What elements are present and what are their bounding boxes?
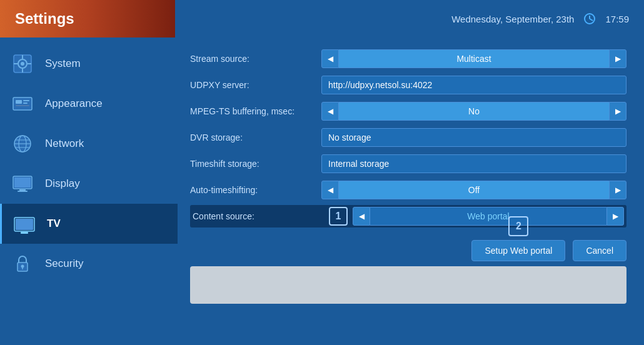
svg-rect-8 [16,100,22,104]
header: Settings Wednesday, September, 23th 17:5… [0,0,644,38]
network-icon [10,131,35,156]
sidebar-item-system[interactable]: System [0,44,178,84]
setup-web-portal-button[interactable]: Setup Web portal [471,240,565,261]
content-source-value: Web portal [370,207,606,226]
sidebar-item-display[interactable]: Display [0,164,178,204]
sidebar-item-appearance[interactable]: Appearance [0,84,178,124]
clock-hand-minute [590,18,593,21]
main-layout: System Appearance [0,38,644,345]
svg-rect-23 [21,232,28,234]
sidebar-item-tv[interactable]: TV [0,204,178,244]
display-icon [10,171,35,196]
svg-rect-18 [14,178,31,188]
svg-rect-10 [23,102,28,104]
stream-source-value: Multicast [339,49,609,68]
svg-rect-9 [23,100,29,101]
auto-timeshift-label: Auto-timeshifting: [190,185,321,195]
content-source-next-btn[interactable]: ▶ [606,207,624,226]
udpxy-row: UDPXY server: http://udpxy.netsol.su:402… [190,74,626,96]
auto-timeshift-control: ◀ Off ▶ [321,181,626,199]
content-source-prev-btn[interactable]: ◀ [353,207,370,226]
udpxy-value[interactable]: http://udpxy.netsol.su:4022 [321,76,626,94]
setup-portal-wrapper: 2 Setup Web portal [471,240,565,261]
mpeg-ts-label: MPEG-TS buffering, msec: [190,106,321,116]
mpeg-ts-next-btn[interactable]: ▶ [609,102,626,121]
sidebar-label-appearance: Appearance [45,98,103,110]
timeshift-storage-value: Internal storage [321,154,626,173]
stream-source-row: Stream source: ◀ Multicast ▶ [190,48,626,70]
bottom-gray-area [190,266,626,304]
sidebar-label-security: Security [45,258,83,270]
sidebar-label-system: System [45,58,81,70]
step-badge-1: 1 [329,207,348,226]
dvr-storage-value: No storage [321,128,626,147]
auto-timeshift-next-btn[interactable]: ▶ [609,181,626,199]
svg-rect-20 [18,191,28,192]
settings-titlebar: Settings [0,0,175,38]
stream-source-next-btn[interactable]: ▶ [609,49,626,68]
tv-icon [12,211,37,236]
time-display: 17:59 [605,14,629,24]
dvr-storage-control: No storage [321,128,626,147]
sidebar-label-tv: TV [47,218,61,230]
clock-icon [584,13,595,24]
dvr-storage-row: DVR storage: No storage [190,126,626,149]
sidebar-item-security[interactable]: Security [0,244,178,284]
dvr-storage-label: DVR storage: [190,132,321,142]
timeshift-storage-label: Timeshift storage: [190,159,321,169]
timeshift-storage-control: Internal storage [321,154,626,173]
stream-source-prev-btn[interactable]: ◀ [321,49,339,68]
actions-row: 2 Setup Web portal Cancel [190,240,626,261]
mpeg-ts-control: ◀ No ▶ [321,102,626,121]
svg-point-2 [21,62,24,66]
sidebar-label-display: Display [45,178,80,190]
mpeg-ts-row: MPEG-TS buffering, msec: ◀ No ▶ [190,100,626,122]
sidebar-label-network: Network [45,138,84,150]
content-area: Stream source: ◀ Multicast ▶ UDPXY serve… [178,38,644,345]
svg-rect-22 [16,219,33,230]
svg-rect-11 [16,105,29,106]
system-icon [10,51,35,76]
auto-timeshift-row: Auto-timeshifting: ◀ Off ▶ [190,179,626,201]
auto-timeshift-prev-btn[interactable]: ◀ [321,181,339,199]
date-display: Wednesday, September, 23th [451,14,574,24]
sidebar-item-network[interactable]: Network [0,124,178,164]
content-source-row: Content source: 1 ◀ Web portal ▶ [190,205,626,228]
stream-source-label: Stream source: [190,54,321,64]
svg-point-25 [21,265,24,268]
security-icon [10,251,35,276]
page-title: Settings [15,10,74,28]
svg-rect-7 [13,98,32,110]
udpxy-label: UDPXY server: [190,80,321,90]
header-right: Wednesday, September, 23th 17:59 [451,13,629,24]
content-source-control: ◀ Web portal ▶ [353,207,624,226]
appearance-icon [10,91,35,116]
mpeg-ts-prev-btn[interactable]: ◀ [321,102,339,121]
auto-timeshift-value: Off [339,181,609,199]
timeshift-storage-row: Timeshift storage: Internal storage [190,152,626,175]
cancel-button[interactable]: Cancel [573,240,626,261]
udpxy-control: http://udpxy.netsol.su:4022 [321,76,626,94]
sidebar: System Appearance [0,38,178,345]
step-badge-2: 2 [508,216,528,236]
content-source-label: Content source: [193,211,324,221]
mpeg-ts-value: No [339,102,609,121]
stream-source-control: ◀ Multicast ▶ [321,49,626,68]
